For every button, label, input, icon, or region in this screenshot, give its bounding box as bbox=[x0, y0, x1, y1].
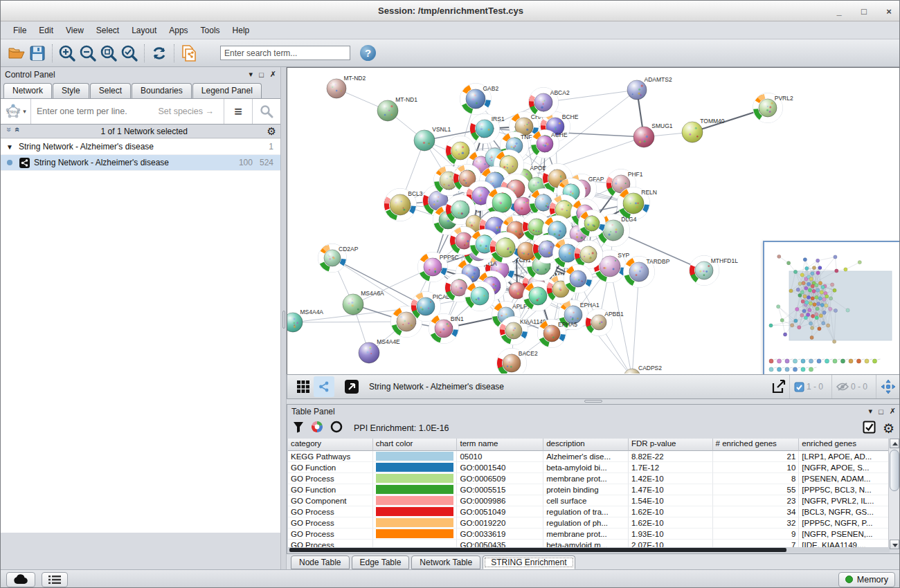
network-node-ACHE[interactable]: ACHE bbox=[531, 130, 568, 158]
network-node-MT-ND2[interactable]: MT-ND2 bbox=[327, 75, 366, 98]
string-options-menu-icon[interactable]: ≡ bbox=[224, 104, 252, 120]
enrichment-row[interactable]: GO FunctionGO:0005515protein binding1.47… bbox=[288, 484, 890, 495]
menu-select[interactable]: Select bbox=[91, 24, 125, 37]
reset-charts-button[interactable] bbox=[330, 421, 343, 436]
network-node-EPHA5[interactable]: EPHA5 bbox=[538, 320, 578, 348]
save-session-button[interactable] bbox=[27, 43, 48, 64]
cloud-tasks-button[interactable] bbox=[6, 572, 35, 587]
network-node-APBB1[interactable]: APBB1 bbox=[586, 309, 624, 336]
panel-close-icon[interactable]: ✗ bbox=[890, 407, 896, 416]
tab-network[interactable]: Network bbox=[3, 83, 52, 98]
network-node-TOMM40[interactable]: TOMM40 bbox=[682, 118, 725, 143]
network-node[interactable] bbox=[514, 197, 532, 215]
zoom-in-button[interactable] bbox=[57, 43, 78, 64]
network-node-MTHFD1L[interactable]: MTHFD1L bbox=[690, 256, 739, 286]
clone-network-button[interactable] bbox=[179, 43, 199, 64]
network-node-CADPS2[interactable]: CADPS2 bbox=[624, 365, 662, 374]
column-header-category[interactable]: category bbox=[288, 439, 373, 451]
table-horizontal-scrollbar[interactable] bbox=[288, 547, 890, 553]
enrichment-row[interactable]: GO ComponentGO:0009986cell surface1.54E-… bbox=[288, 495, 890, 506]
column-header--enriched-genes[interactable]: # enriched genes bbox=[713, 439, 800, 451]
close-button[interactable]: × bbox=[884, 6, 894, 17]
tab-legend-panel[interactable]: Legend Panel bbox=[192, 83, 262, 98]
search-input[interactable] bbox=[220, 46, 350, 60]
scroll-thumb[interactable] bbox=[890, 450, 899, 491]
memory-button[interactable]: Memory bbox=[838, 572, 895, 587]
table-vertical-scrollbar[interactable] bbox=[888, 439, 899, 549]
network-node[interactable] bbox=[465, 282, 495, 311]
network-node-VSNL1[interactable]: VSNL1 bbox=[414, 126, 451, 151]
grid-view-button[interactable] bbox=[293, 376, 314, 397]
zoom-selected-button[interactable] bbox=[119, 43, 140, 64]
tab-network-table[interactable]: Network Table bbox=[411, 555, 480, 569]
scroll-up-button[interactable] bbox=[890, 439, 899, 448]
column-header-description[interactable]: description bbox=[543, 439, 629, 451]
network-node-TARDBP[interactable]: TARDBP bbox=[624, 257, 670, 288]
network-nodes[interactable]: MT-ND2MT-ND1VSNL1GAB2ADAMTS2PVRL2TOMM40S… bbox=[287, 75, 793, 374]
birdseye-navigator[interactable] bbox=[763, 241, 900, 374]
birdseye-toggle-button[interactable] bbox=[341, 376, 362, 397]
network-canvas[interactable]: MT-ND2MT-ND1VSNL1GAB2ADAMTS2PVRL2TOMM40S… bbox=[287, 67, 900, 374]
network-node[interactable] bbox=[579, 210, 606, 237]
panel-float-icon[interactable]: □ bbox=[259, 71, 264, 79]
network-row-selected[interactable]: String Network - Alzheimer's disease 100… bbox=[1, 155, 280, 171]
network-node-GAB2[interactable]: GAB2 bbox=[460, 84, 499, 115]
tab-boundaries[interactable]: Boundaries bbox=[132, 83, 192, 98]
select-columns-button[interactable] bbox=[863, 421, 876, 437]
refresh-button[interactable] bbox=[149, 43, 170, 64]
network-node-BIN1[interactable]: BIN1 bbox=[429, 314, 464, 344]
scroll-down-button[interactable] bbox=[890, 540, 899, 549]
string-term-input[interactable] bbox=[31, 107, 158, 116]
help-button[interactable]: ? bbox=[360, 45, 376, 61]
fit-content-button[interactable] bbox=[876, 375, 900, 398]
panel-menu-caret-icon[interactable]: ▾ bbox=[249, 70, 253, 79]
network-node-IRS1[interactable]: IRS1 bbox=[470, 114, 505, 144]
panel-menu-caret-icon[interactable]: ▾ bbox=[869, 407, 873, 416]
draw-charts-button[interactable] bbox=[311, 421, 323, 436]
network-node-MS4A4A[interactable]: MS4A4A bbox=[287, 309, 323, 332]
network-node-RELN[interactable]: RELN bbox=[618, 187, 657, 220]
tab-style[interactable]: Style bbox=[53, 83, 89, 98]
column-header-term-name[interactable]: term name bbox=[457, 439, 543, 451]
network-node[interactable] bbox=[517, 242, 535, 260]
panel-splitter-horizontal[interactable] bbox=[287, 399, 900, 404]
enrichment-row[interactable]: GO ProcessGO:0006509membrane prot...1.42… bbox=[288, 473, 890, 484]
column-header-enriched-genes[interactable]: enriched genes bbox=[799, 439, 890, 451]
string-protein-query-selector[interactable]: STRING ▾ bbox=[1, 99, 31, 124]
menu-help[interactable]: Help bbox=[227, 24, 255, 37]
enrichment-row[interactable]: GO FunctionGO:0001540beta-amyloid bi...1… bbox=[288, 462, 890, 473]
share-view-button[interactable] bbox=[314, 376, 334, 397]
zoom-fit-button[interactable] bbox=[98, 43, 119, 64]
network-node-BACE2[interactable]: BACE2 bbox=[497, 349, 538, 374]
menu-apps[interactable]: Apps bbox=[163, 24, 193, 37]
network-node-BCL3[interactable]: BCL3 bbox=[384, 189, 423, 221]
enrichment-row[interactable]: KEGG Pathways05010Alzheimer's dise...8.8… bbox=[288, 451, 890, 462]
filter-enrichment-button[interactable] bbox=[293, 421, 304, 436]
string-search-icon[interactable] bbox=[253, 104, 280, 118]
export-network-button[interactable] bbox=[768, 376, 789, 397]
network-panel-gear-icon[interactable]: ⚙ bbox=[267, 125, 276, 138]
tree-expander-icon[interactable]: ▼ bbox=[1, 143, 19, 151]
column-header-FDR-p-value[interactable]: FDR p-value bbox=[629, 439, 713, 451]
menu-tools[interactable]: Tools bbox=[195, 24, 226, 37]
table-settings-gear-icon[interactable]: ⚙ bbox=[883, 421, 894, 437]
task-history-button[interactable] bbox=[42, 572, 68, 587]
tab-edge-table[interactable]: Edge Table bbox=[352, 555, 410, 569]
network-node-MS4A4E[interactable]: MS4A4E bbox=[359, 338, 400, 363]
network-node-PVRL2[interactable]: PVRL2 bbox=[753, 93, 793, 123]
open-session-button[interactable] bbox=[6, 43, 27, 64]
panel-close-icon[interactable]: ✗ bbox=[270, 70, 276, 79]
menu-edit[interactable]: Edit bbox=[33, 24, 59, 37]
column-header-chart-color[interactable]: chart color bbox=[373, 439, 458, 451]
menu-view[interactable]: View bbox=[60, 24, 89, 37]
maximize-button[interactable]: □ bbox=[859, 6, 869, 17]
enrichment-row[interactable]: GO ProcessGO:0019220regulation of ph...1… bbox=[288, 517, 890, 529]
enrichment-row[interactable]: GO ProcessGO:0033619membrane prot...1.93… bbox=[288, 529, 890, 540]
tab-node-table[interactable]: Node Table bbox=[291, 555, 350, 569]
expand-all-icon[interactable]: « bbox=[12, 127, 22, 136]
panel-splitter-vertical[interactable] bbox=[280, 67, 287, 569]
tab-select[interactable]: Select bbox=[90, 83, 131, 98]
menu-file[interactable]: File bbox=[8, 24, 32, 37]
network-node[interactable] bbox=[490, 232, 521, 264]
network-node-MT-ND1[interactable]: MT-ND1 bbox=[377, 96, 417, 121]
